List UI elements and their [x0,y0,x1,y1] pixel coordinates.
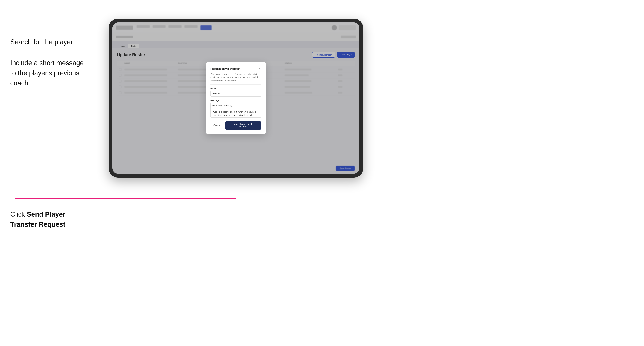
modal-header: Request player transfer × [210,67,261,71]
annotation-send: Click Send PlayerTransfer Request [10,209,100,230]
modal-overlay: Request player transfer × If the player … [112,22,360,174]
tablet-screen: Roster Stats Update Roster + Schedule Ma… [112,22,360,174]
cancel-button[interactable]: Cancel [210,123,223,128]
annotation-search: Search for the player. [10,37,74,47]
request-transfer-modal: Request player transfer × If the player … [206,62,266,134]
modal-close-button[interactable]: × [257,67,261,71]
annotation-message: Include a short messageto the player's p… [10,58,100,88]
modal-description: If the player is transferring from anoth… [210,73,261,85]
annotation-line-2h [15,198,236,198]
modal-footer: Cancel Send Player Transfer Request [210,121,261,130]
player-label: Player [210,87,261,90]
tablet-frame: Roster Stats Update Roster + Schedule Ma… [108,19,363,177]
message-textarea[interactable]: Hi Coach McHarg, Please accept this tran… [210,103,261,118]
annotation-line-1h [15,136,116,137]
annotation-line-1v [15,99,15,137]
send-transfer-button[interactable]: Send Player Transfer Request [225,121,261,130]
modal-title: Request player transfer [210,67,240,70]
player-input[interactable] [210,91,261,97]
annotation-area: Search for the player. Include a short m… [0,0,110,346]
message-label: Message [210,99,261,102]
